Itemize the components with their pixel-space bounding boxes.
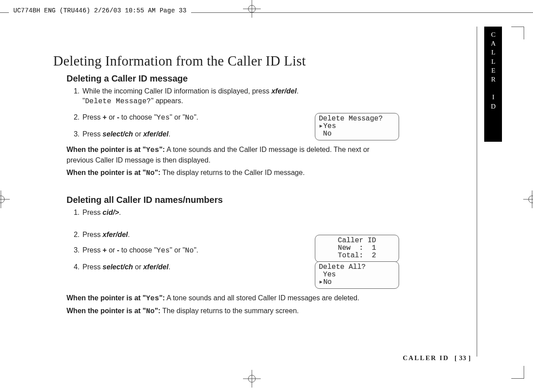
text: ". [194, 246, 198, 254]
lcd-yes: Yes [323, 123, 336, 130]
text: When the pointer is at " [67, 169, 146, 176]
lcd-delete-all: Delete All? Yes ▸No [315, 261, 399, 289]
text: Press [82, 263, 102, 271]
text: While the incoming Caller ID information… [82, 87, 271, 95]
text: . [169, 130, 170, 138]
page-footer: CALLER ID [ 33 ] [403, 354, 471, 362]
s2-step4: Press select/ch or xfer/del. [82, 262, 317, 272]
key-plus: + [102, 246, 106, 254]
text: . [128, 231, 129, 238]
key-plus: + [102, 113, 106, 121]
pointer-icon: ▸ [319, 279, 323, 286]
lcd-text-yes: Yes [146, 146, 159, 154]
text: " or " [170, 113, 185, 121]
text: or [133, 263, 143, 271]
lcd-line: New : 1 [338, 245, 376, 252]
text: to choose " [119, 113, 157, 121]
lcd-text-no: No [146, 307, 155, 315]
key-xfer-del: xfer/del [271, 87, 297, 95]
lcd-yes: Yes [319, 271, 336, 279]
text: The display returns to the summary scree… [161, 307, 299, 314]
s2-step3: Press + or - to choose "Yes" or "No". [82, 245, 317, 256]
s1-step3: Press select/ch or xfer/del. [82, 129, 317, 139]
text: ": [159, 294, 165, 302]
text: ": [155, 169, 161, 176]
side-tab-caller-id: CALLER ID [484, 27, 502, 142]
text: . [119, 209, 121, 216]
crop-top-bar: UC774BH ENG (TRU446) 2/26/03 10:55 AM Pa… [0, 8, 533, 17]
lcd-delete-message: Delete Message? ▸Yes No [315, 113, 399, 140]
lcd-no: No [319, 130, 332, 138]
lcd-line: Total: 2 [338, 252, 376, 260]
s2-explain-yes: When the pointer is at "Yes": A tone sou… [67, 293, 390, 304]
lcd-text-no: No [185, 114, 194, 122]
key-cid: cid/> [102, 209, 119, 216]
section1-heading: Deleting a Caller ID message [67, 74, 390, 84]
text: Press [82, 113, 102, 121]
page-area: CALLER ID Deleting Information from the … [0, 27, 533, 383]
text: " appears. [151, 97, 183, 105]
s2-step1: Press cid/>. [82, 208, 317, 217]
footer-section: CALLER ID [403, 354, 449, 361]
lcd-text-delete-message: Delete Message? [85, 97, 151, 105]
text: Press [82, 209, 102, 216]
lcd-text-no: No [146, 169, 155, 177]
s1-explain-yes: When the pointer is at "Yes": A tone sou… [67, 145, 390, 165]
key-select-ch: select/ch [102, 130, 133, 138]
text: " or " [170, 246, 185, 254]
lcd-line: Delete All? [319, 264, 366, 271]
s2-step2: Press xfer/del. [82, 230, 317, 240]
text: Press [82, 231, 102, 238]
text: to choose " [119, 246, 157, 254]
text: . [297, 87, 298, 95]
side-rule [477, 27, 477, 357]
text: or [133, 130, 143, 138]
footer-page-number: [ 33 ] [455, 354, 471, 361]
s1-explain-no: When the pointer is at "No": The display… [67, 168, 390, 179]
text: or [107, 246, 117, 254]
text: When the pointer is at " [67, 294, 146, 302]
text: . [169, 263, 170, 271]
text: ": [155, 307, 161, 314]
text: When the pointer is at " [67, 146, 146, 153]
text: The display returns to the Caller ID mes… [161, 169, 305, 176]
lcd-text-yes: Yes [157, 247, 170, 255]
key-select-ch: select/ch [102, 263, 133, 271]
text: ". [194, 113, 198, 121]
text: or [107, 113, 117, 121]
section2-heading: Deleting all Caller ID names/numbers [67, 195, 390, 205]
key-xfer-del: xfer/del [143, 130, 169, 138]
lcd-no: No [323, 279, 332, 286]
lcd-text-yes: Yes [146, 295, 159, 303]
text: Press [82, 130, 102, 138]
lcd-text-no: No [185, 247, 194, 255]
lcd-line: Delete Message? [319, 115, 383, 123]
s2-explain-no: When the pointer is at "No": The display… [67, 306, 390, 317]
lcd-line: Caller ID [338, 237, 376, 245]
content-column: Deleting Information from the Caller ID … [53, 53, 390, 319]
text: ": [159, 146, 165, 153]
pointer-icon: ▸ [319, 123, 323, 130]
lcd-text-yes: Yes [157, 114, 170, 122]
key-xfer-del: xfer/del [102, 231, 128, 238]
text: Press [82, 246, 102, 254]
text: A tone sounds and all stored Caller ID m… [165, 294, 359, 302]
registration-mark-top [243, 0, 261, 18]
text: When the pointer is at " [67, 307, 146, 314]
s1-step2: Press + or - to choose "Yes" or "No". [82, 113, 317, 123]
prepress-slug: UC774BH ENG (TRU446) 2/26/03 10:55 AM Pa… [9, 6, 191, 15]
s1-step1: While the incoming Caller ID information… [82, 86, 317, 106]
lcd-caller-id-summary: Caller ID New : 1 Total: 2 [315, 235, 399, 262]
page-title: Deleting Information from the Caller ID … [53, 53, 390, 69]
key-xfer-del: xfer/del [143, 263, 169, 271]
